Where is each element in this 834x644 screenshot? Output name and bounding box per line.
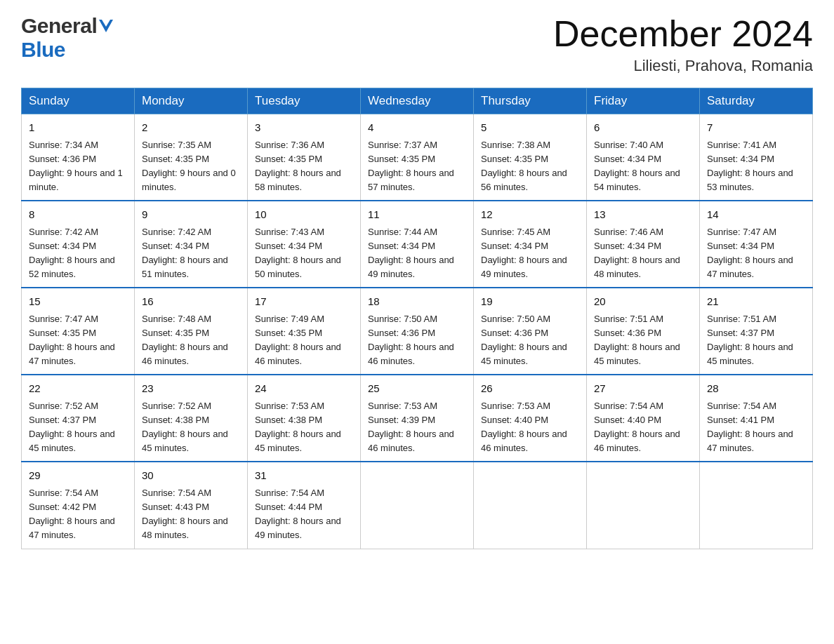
calendar-week-row: 22 Sunrise: 7:52 AMSunset: 4:37 PMDaylig… [22,375,813,462]
cell-info: Sunrise: 7:47 AMSunset: 4:35 PMDaylight:… [29,314,115,366]
calendar-cell: 17 Sunrise: 7:49 AMSunset: 4:35 PMDaylig… [248,288,361,375]
cell-info: Sunrise: 7:45 AMSunset: 4:34 PMDaylight:… [481,227,567,279]
day-number: 10 [255,207,353,223]
calendar-table: SundayMondayTuesdayWednesdayThursdayFrid… [21,88,813,549]
day-number: 2 [142,120,240,136]
page-header: General Blue December 2024 Liliesti, Pra… [21,14,813,75]
title-section: December 2024 Liliesti, Prahova, Romania [553,14,813,75]
calendar-cell: 16 Sunrise: 7:48 AMSunset: 4:35 PMDaylig… [135,288,248,375]
cell-info: Sunrise: 7:54 AMSunset: 4:40 PMDaylight:… [594,401,680,453]
cell-info: Sunrise: 7:46 AMSunset: 4:34 PMDaylight:… [594,227,680,279]
cell-info: Sunrise: 7:43 AMSunset: 4:34 PMDaylight:… [255,227,341,279]
calendar-cell: 12 Sunrise: 7:45 AMSunset: 4:34 PMDaylig… [474,201,587,288]
day-number: 5 [481,120,579,136]
cell-info: Sunrise: 7:52 AMSunset: 4:37 PMDaylight:… [29,401,115,453]
day-number: 12 [481,207,579,223]
calendar-cell: 13 Sunrise: 7:46 AMSunset: 4:34 PMDaylig… [587,201,700,288]
weekday-header-wednesday: Wednesday [361,88,474,114]
weekday-header-row: SundayMondayTuesdayWednesdayThursdayFrid… [22,88,813,114]
cell-info: Sunrise: 7:35 AMSunset: 4:35 PMDaylight:… [142,140,236,192]
calendar-week-row: 1 Sunrise: 7:34 AMSunset: 4:36 PMDayligh… [22,114,813,201]
cell-info: Sunrise: 7:42 AMSunset: 4:34 PMDaylight:… [142,227,228,279]
day-number: 19 [481,294,579,310]
day-number: 16 [142,294,240,310]
calendar-cell: 19 Sunrise: 7:50 AMSunset: 4:36 PMDaylig… [474,288,587,375]
day-number: 11 [368,207,466,223]
cell-info: Sunrise: 7:48 AMSunset: 4:35 PMDaylight:… [142,314,228,366]
calendar-cell: 18 Sunrise: 7:50 AMSunset: 4:36 PMDaylig… [361,288,474,375]
day-number: 23 [142,381,240,397]
cell-info: Sunrise: 7:37 AMSunset: 4:35 PMDaylight:… [368,140,454,192]
day-number: 28 [707,381,805,397]
day-number: 27 [594,381,692,397]
cell-info: Sunrise: 7:54 AMSunset: 4:43 PMDaylight:… [142,488,228,540]
day-number: 25 [368,381,466,397]
weekday-header-sunday: Sunday [22,88,135,114]
calendar-cell: 11 Sunrise: 7:44 AMSunset: 4:34 PMDaylig… [361,201,474,288]
calendar-cell: 2 Sunrise: 7:35 AMSunset: 4:35 PMDayligh… [135,114,248,201]
calendar-cell: 3 Sunrise: 7:36 AMSunset: 4:35 PMDayligh… [248,114,361,201]
cell-info: Sunrise: 7:53 AMSunset: 4:38 PMDaylight:… [255,401,341,453]
day-number: 14 [707,207,805,223]
calendar-cell: 28 Sunrise: 7:54 AMSunset: 4:41 PMDaylig… [700,375,813,462]
calendar-cell: 1 Sunrise: 7:34 AMSunset: 4:36 PMDayligh… [22,114,135,201]
day-number: 15 [29,294,127,310]
calendar-cell: 10 Sunrise: 7:43 AMSunset: 4:34 PMDaylig… [248,201,361,288]
day-number: 8 [29,207,127,223]
location-text: Liliesti, Prahova, Romania [553,57,813,75]
calendar-week-row: 15 Sunrise: 7:47 AMSunset: 4:35 PMDaylig… [22,288,813,375]
calendar-cell: 31 Sunrise: 7:54 AMSunset: 4:44 PMDaylig… [248,462,361,549]
cell-info: Sunrise: 7:53 AMSunset: 4:39 PMDaylight:… [368,401,454,453]
cell-info: Sunrise: 7:42 AMSunset: 4:34 PMDaylight:… [29,227,115,279]
day-number: 1 [29,120,127,136]
day-number: 21 [707,294,805,310]
day-number: 26 [481,381,579,397]
day-number: 30 [142,468,240,484]
calendar-cell: 27 Sunrise: 7:54 AMSunset: 4:40 PMDaylig… [587,375,700,462]
cell-info: Sunrise: 7:54 AMSunset: 4:42 PMDaylight:… [29,488,115,540]
month-year-title: December 2024 [553,14,813,54]
cell-info: Sunrise: 7:50 AMSunset: 4:36 PMDaylight:… [368,314,454,366]
cell-info: Sunrise: 7:54 AMSunset: 4:41 PMDaylight:… [707,401,793,453]
calendar-week-row: 8 Sunrise: 7:42 AMSunset: 4:34 PMDayligh… [22,201,813,288]
logo: General Blue [21,14,113,62]
logo-general-text: General [21,14,97,38]
day-number: 24 [255,381,353,397]
calendar-cell: 9 Sunrise: 7:42 AMSunset: 4:34 PMDayligh… [135,201,248,288]
calendar-cell [474,462,587,549]
calendar-cell: 7 Sunrise: 7:41 AMSunset: 4:34 PMDayligh… [700,114,813,201]
calendar-cell [700,462,813,549]
cell-info: Sunrise: 7:52 AMSunset: 4:38 PMDaylight:… [142,401,228,453]
day-number: 18 [368,294,466,310]
day-number: 22 [29,381,127,397]
cell-info: Sunrise: 7:49 AMSunset: 4:35 PMDaylight:… [255,314,341,366]
cell-info: Sunrise: 7:51 AMSunset: 4:36 PMDaylight:… [594,314,680,366]
day-number: 17 [255,294,353,310]
cell-info: Sunrise: 7:44 AMSunset: 4:34 PMDaylight:… [368,227,454,279]
cell-info: Sunrise: 7:36 AMSunset: 4:35 PMDaylight:… [255,140,341,192]
calendar-cell: 4 Sunrise: 7:37 AMSunset: 4:35 PMDayligh… [361,114,474,201]
weekday-header-saturday: Saturday [700,88,813,114]
cell-info: Sunrise: 7:34 AMSunset: 4:36 PMDaylight:… [29,140,123,192]
cell-info: Sunrise: 7:54 AMSunset: 4:44 PMDaylight:… [255,488,341,540]
calendar-week-row: 29 Sunrise: 7:54 AMSunset: 4:42 PMDaylig… [22,462,813,549]
weekday-header-monday: Monday [135,88,248,114]
day-number: 31 [255,468,353,484]
day-number: 13 [594,207,692,223]
calendar-cell: 23 Sunrise: 7:52 AMSunset: 4:38 PMDaylig… [135,375,248,462]
calendar-cell: 5 Sunrise: 7:38 AMSunset: 4:35 PMDayligh… [474,114,587,201]
calendar-cell: 26 Sunrise: 7:53 AMSunset: 4:40 PMDaylig… [474,375,587,462]
cell-info: Sunrise: 7:38 AMSunset: 4:35 PMDaylight:… [481,140,567,192]
calendar-cell: 6 Sunrise: 7:40 AMSunset: 4:34 PMDayligh… [587,114,700,201]
calendar-cell: 8 Sunrise: 7:42 AMSunset: 4:34 PMDayligh… [22,201,135,288]
calendar-cell [361,462,474,549]
cell-info: Sunrise: 7:47 AMSunset: 4:34 PMDaylight:… [707,227,793,279]
weekday-header-friday: Friday [587,88,700,114]
calendar-cell: 21 Sunrise: 7:51 AMSunset: 4:37 PMDaylig… [700,288,813,375]
calendar-cell: 25 Sunrise: 7:53 AMSunset: 4:39 PMDaylig… [361,375,474,462]
calendar-cell: 22 Sunrise: 7:52 AMSunset: 4:37 PMDaylig… [22,375,135,462]
calendar-cell: 14 Sunrise: 7:47 AMSunset: 4:34 PMDaylig… [700,201,813,288]
day-number: 6 [594,120,692,136]
weekday-header-thursday: Thursday [474,88,587,114]
logo-blue-text: Blue [21,38,65,61]
